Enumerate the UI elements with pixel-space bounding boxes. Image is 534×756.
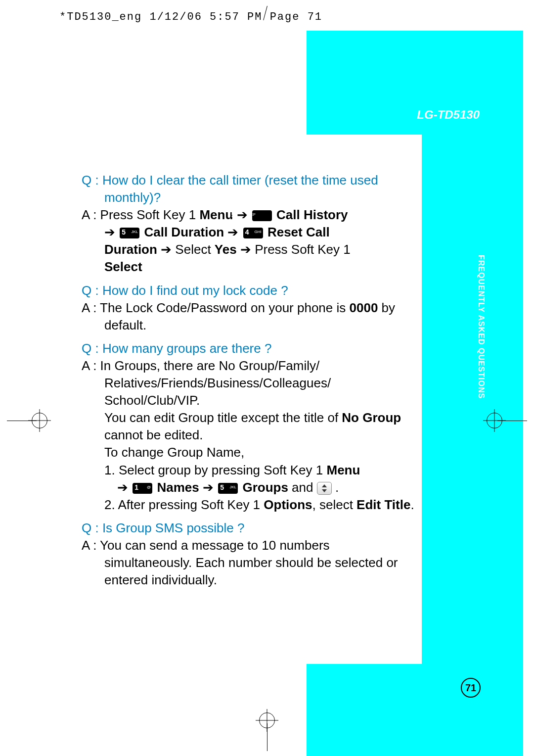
key-5-icon bbox=[252, 210, 272, 221]
text: . bbox=[332, 480, 339, 495]
names-bold: Names bbox=[153, 480, 199, 495]
page-number-badge: 71 bbox=[461, 678, 481, 698]
faq-a2: A : The Lock Code/Password on your phone… bbox=[82, 299, 418, 334]
text: Select bbox=[175, 242, 215, 257]
text: cannot be edited. bbox=[104, 427, 203, 442]
text: . bbox=[410, 497, 414, 512]
reset-call-bold: Reset Call bbox=[264, 225, 330, 239]
code-bold: 0000 bbox=[350, 300, 378, 315]
text: You can edit Group title except the titl… bbox=[104, 410, 342, 425]
text: A : Press Soft Key 1 bbox=[82, 207, 199, 222]
faq-a3-l1: A : In Groups, there are No Group/Family… bbox=[82, 357, 418, 409]
faq-a3-step2: 2. After pressing Soft Key 1 Options, se… bbox=[82, 496, 418, 514]
groups-bold: Groups bbox=[239, 480, 288, 495]
faq-a3-step1: 1. Select group by pressing Soft Key 1 M… bbox=[82, 462, 418, 479]
print-header: *TD5130_eng 1/12/06 5:57 PM Page 71 bbox=[59, 11, 322, 23]
text: 1. Select group by pressing Soft Key 1 bbox=[104, 463, 326, 477]
faq-a3-l3: To change Group Name, bbox=[82, 444, 418, 461]
options-bold: Options bbox=[264, 497, 312, 512]
key-5-icon bbox=[218, 483, 238, 494]
key-4-icon bbox=[243, 228, 263, 238]
menu-bold: Menu bbox=[326, 463, 360, 477]
faq-a3-l2: You can edit Group title except the titl… bbox=[82, 409, 418, 444]
no-group-bold: No Group bbox=[342, 410, 401, 425]
crop-target bbox=[32, 413, 47, 428]
arrow: ➔ bbox=[224, 225, 242, 239]
duration-bold: Duration bbox=[104, 242, 157, 257]
call-duration-bold: Call Duration bbox=[140, 225, 224, 239]
arrow: ➔ bbox=[104, 225, 119, 239]
faq-content: Q : How do I clear the call timer (reset… bbox=[82, 166, 418, 589]
section-label-vertical: FREQUENTLY ASKED QUESTIONS bbox=[477, 255, 486, 399]
faq-q3: Q : How many groups are there ? bbox=[82, 340, 418, 357]
faq-a1-line4: Select bbox=[82, 258, 418, 276]
edit-title-bold: Edit Title bbox=[356, 497, 410, 512]
text: Press Soft Key 1 bbox=[255, 242, 351, 257]
text: 2. After pressing Soft Key 1 bbox=[104, 497, 264, 512]
faq-a3-step1-line2: ➔ Names ➔ Groups and . bbox=[82, 479, 418, 496]
faq-q4: Q : Is Group SMS possible ? bbox=[82, 520, 418, 537]
select-bold: Select bbox=[104, 259, 142, 274]
crop-target bbox=[487, 413, 502, 428]
model-label: LG-TD5130 bbox=[417, 108, 480, 122]
arrow: ➔ bbox=[157, 242, 175, 257]
faq-q2: Q : How do I find out my lock code ? bbox=[82, 282, 418, 299]
faq-a1-line1: A : Press Soft Key 1 Menu ➔ Call History bbox=[82, 206, 418, 224]
arrow: ➔ bbox=[237, 242, 255, 257]
menu-bold: Menu bbox=[199, 207, 233, 222]
text: A : The Lock Code/Password on your phone… bbox=[82, 300, 350, 315]
arrow: ➔ bbox=[199, 480, 217, 495]
faq-a4: A : You can send a message to 10 numbers… bbox=[82, 537, 418, 589]
nav-updown-icon bbox=[317, 482, 332, 495]
text: and bbox=[288, 480, 317, 495]
faq-a1-line3: Duration ➔ Select Yes ➔ Press Soft Key 1 bbox=[82, 241, 418, 258]
text: , select bbox=[312, 497, 357, 512]
crop-target bbox=[259, 712, 275, 728]
yes-bold: Yes bbox=[215, 242, 237, 257]
key-5-icon bbox=[120, 228, 139, 238]
arrow: ➔ bbox=[117, 480, 132, 495]
key-1-icon bbox=[133, 483, 152, 494]
faq-a1-line2: ➔ Call Duration ➔ Reset Call bbox=[82, 224, 418, 241]
call-history-bold: Call History bbox=[273, 207, 348, 222]
faq-q1: Q : How do I clear the call timer (reset… bbox=[82, 172, 418, 206]
